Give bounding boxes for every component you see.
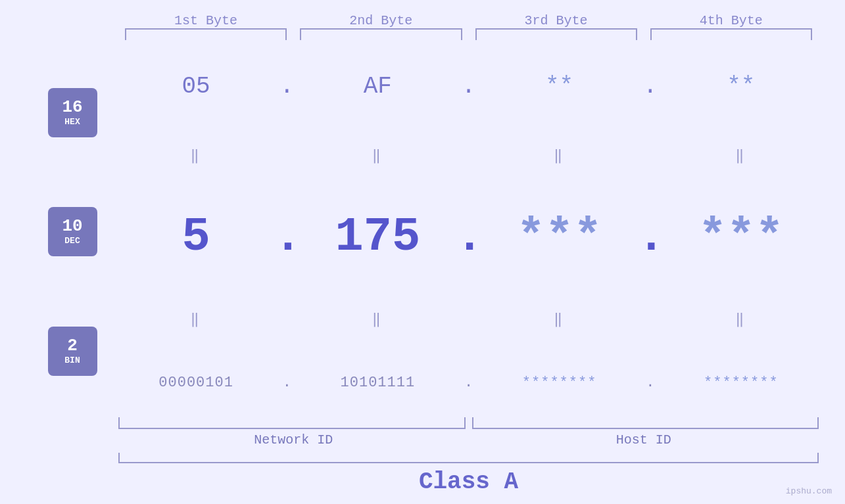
host-id-label: Host ID xyxy=(469,432,819,447)
hex-dot-1: . xyxy=(274,73,300,100)
byte-headers: 1st Byte 2nd Byte 3rd Byte 4th Byte xyxy=(26,13,819,28)
dec-badge: 10 DEC xyxy=(48,207,97,256)
bin-badge-label: BIN xyxy=(64,355,80,365)
bracket-3 xyxy=(475,28,637,40)
main-container: 1st Byte 2nd Byte 3rd Byte 4th Byte 16 H… xyxy=(0,0,845,504)
class-label: Class A xyxy=(118,469,819,495)
eq2-b2: ‖ xyxy=(300,310,455,328)
dec-b2: 175 xyxy=(300,214,455,261)
eq2-b3: ‖ xyxy=(482,310,637,328)
eq1-b4: ‖ xyxy=(664,147,819,164)
dec-dot-3: . xyxy=(637,210,664,264)
network-id-bracket xyxy=(118,417,466,429)
badges-column: 16 HEX 10 DEC 2 BIN xyxy=(26,47,118,417)
byte2-header: 2nd Byte xyxy=(293,13,468,28)
bracket-2 xyxy=(300,28,462,40)
dec-row: 5 . 175 . *** . *** xyxy=(118,210,819,264)
dec-b1: 5 xyxy=(118,214,274,261)
bin-b2: 10101111 xyxy=(300,375,455,391)
bracket-4 xyxy=(650,28,812,40)
byte1-header: 1st Byte xyxy=(118,13,293,28)
bottom-section: Network ID Host ID Class A xyxy=(26,417,819,499)
big-bracket xyxy=(118,453,819,463)
hex-badge-num: 16 xyxy=(62,99,82,116)
data-rows: 05 . AF . ** . ** xyxy=(118,47,819,417)
eq1-b2: ‖ xyxy=(300,147,455,164)
id-brackets xyxy=(118,417,819,429)
main-area: 16 HEX 10 DEC 2 BIN 05 . xyxy=(26,47,819,417)
id-labels: Network ID Host ID xyxy=(118,432,819,447)
hex-dot-3: . xyxy=(637,73,664,100)
hex-b2: AF xyxy=(300,73,455,100)
dec-b4: *** xyxy=(664,214,819,261)
host-id-bracket xyxy=(472,417,819,429)
eq2-b1: ‖ xyxy=(118,310,274,328)
dec-dot-2: . xyxy=(456,210,482,264)
hex-dot-2: . xyxy=(456,73,482,100)
byte3-header: 3rd Byte xyxy=(469,13,644,28)
equals-row-1: ‖ ‖ ‖ ‖ xyxy=(118,147,819,164)
eq1-b3: ‖ xyxy=(482,147,637,164)
hex-b4: ** xyxy=(664,73,819,100)
byte4-header: 4th Byte xyxy=(644,13,819,28)
bin-dot-1: . xyxy=(274,375,300,391)
dec-b3: *** xyxy=(482,214,637,261)
hex-row: 05 . AF . ** . ** xyxy=(118,73,819,100)
dec-badge-label: DEC xyxy=(64,236,80,246)
dec-dot-1: . xyxy=(274,210,300,264)
bin-badge-num: 2 xyxy=(67,337,78,354)
bin-b1: 00000101 xyxy=(118,375,274,391)
dec-badge-num: 10 xyxy=(62,218,82,235)
eq1-b1: ‖ xyxy=(118,147,274,164)
hex-b1: 05 xyxy=(118,73,274,100)
bin-dot-3: . xyxy=(637,375,664,391)
bin-b3: ******** xyxy=(482,375,637,391)
hex-b3: ** xyxy=(482,73,637,100)
network-id-label: Network ID xyxy=(118,432,469,447)
bin-row: 00000101 . 10101111 . ******** . xyxy=(118,375,819,391)
top-brackets xyxy=(26,28,819,40)
eq2-b4: ‖ xyxy=(664,310,819,328)
bracket-1 xyxy=(125,28,287,40)
watermark: ipshu.com xyxy=(786,486,832,496)
hex-badge: 16 HEX xyxy=(48,88,97,137)
equals-row-2: ‖ ‖ ‖ ‖ xyxy=(118,310,819,328)
bin-b4: ******** xyxy=(664,375,819,391)
bin-badge: 2 BIN xyxy=(48,327,97,376)
hex-badge-label: HEX xyxy=(64,117,80,127)
bin-dot-2: . xyxy=(456,375,482,391)
